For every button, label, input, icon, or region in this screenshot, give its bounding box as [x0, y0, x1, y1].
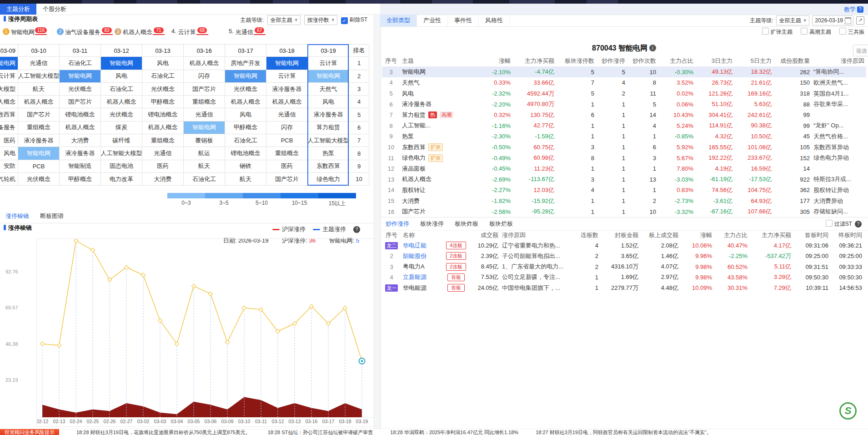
cycle-theme-cell[interactable]: 锂电池概念 [225, 147, 266, 160]
cycle-theme-cell[interactable]: 算力租赁 [308, 121, 349, 134]
theme-rank-item[interactable]: 1智能电网116 [3, 27, 47, 36]
cycle-theme-cell[interactable]: 石油化工 [142, 70, 184, 83]
stock-name[interactable]: 华电辽能 [401, 242, 441, 250]
cycle-theme-cell[interactable]: PCB [266, 134, 308, 147]
cycle-theme-cell[interactable]: 人工智能大模型 [101, 147, 142, 160]
cycle-theme-cell[interactable]: 智能电网 [266, 57, 308, 70]
cycle-theme-cell[interactable]: 大消费 [60, 134, 101, 147]
limit-prism-chart[interactable]: 02-1202-1302-2402-2502-2602-2703-0203-03… [36, 238, 379, 427]
table-row[interactable]: 8人工智能...-1.16%42.77亿1145.24%114.91亿90.38… [382, 121, 866, 132]
news-ticker[interactable]: 投资顾问业务风险提示 18:28 财联社3月19日电，花旗将比亚迪股票目标价从7… [0, 429, 868, 435]
cycle-theme-cell[interactable]: 甲醇概念 [225, 121, 266, 134]
cycle-theme-cell[interactable]: 电力改革 [101, 173, 142, 186]
teach-link[interactable]: 教学? [844, 5, 863, 14]
cycle-theme-cell[interactable]: 机器人概念 [142, 121, 184, 134]
cycle-theme-cell[interactable]: 医药 [142, 160, 184, 173]
tab-产业性[interactable]: 产业性 [417, 15, 448, 26]
cycle-theme-cell[interactable]: 光伏概念 [18, 173, 60, 186]
exclude-st-checkbox[interactable]: ✓剔除ST [341, 16, 367, 24]
cycle-theme-cell[interactable]: 锂电池概念 [142, 108, 184, 121]
cycle-theme-cell[interactable]: 机器人概念 [60, 121, 101, 134]
theme-name-cell[interactable]: 热泵 [400, 132, 480, 141]
cycle-theme-cell[interactable]: 甲醇概念 [142, 96, 184, 108]
cycle-theme-cell[interactable]: 智能电网 [308, 70, 349, 83]
cycle-theme-cell[interactable]: 光通信 [266, 108, 308, 121]
cycle-theme-cell[interactable]: 重组概念 [184, 96, 225, 108]
theme-rank-item[interactable]: 2油气设备服务83 [57, 27, 113, 36]
theme-name-cell[interactable]: 液冷服务器 [400, 100, 480, 108]
cycle-theme-cell[interactable]: 国产芯片 [184, 83, 225, 96]
cycle-theme-cell[interactable]: 风电 [308, 96, 349, 108]
help-icon[interactable]: ? [353, 226, 360, 233]
theme-name-cell[interactable]: 算力租赁热高潮 [400, 111, 480, 119]
table-row[interactable]: 16国产芯片-2.56%-95.28亿1110-3.32%-67.16亿107.… [382, 206, 866, 217]
stock-row[interactable]: 2韶能股份2连板2.39亿子公司韶能算电拟出...23.65亿1.46亿9.96… [382, 251, 864, 261]
cycle-theme-cell[interactable]: 机器人概念 [184, 57, 225, 70]
tab-事件性[interactable]: 事件性 [448, 15, 479, 26]
cycle-theme-cell[interactable]: 人工智能大模型 [0, 83, 18, 96]
table-row[interactable]: 7算力租赁热高潮0.32%130.75亿611410.43%304.41亿242… [382, 110, 866, 121]
tab-break-map[interactable]: 断板图谱 [35, 212, 69, 223]
cycle-theme-cell[interactable]: 煤炭 [101, 121, 142, 134]
filter-button[interactable]: 筛选 [853, 45, 868, 56]
cycle-theme-cell[interactable]: 人工智能大模型 [18, 70, 60, 83]
tab-炒作涨停[interactable]: 炒作涨停 [380, 218, 415, 230]
cycle-theme-cell[interactable]: 智能电网 [225, 70, 266, 83]
cycle-theme-cell[interactable]: 固态电池 [101, 160, 142, 173]
tab-风格性[interactable]: 风格性 [479, 15, 510, 26]
cycle-theme-cell[interactable]: 石油化工 [184, 173, 225, 186]
theme-checkbox[interactable]: 高潮主题 [801, 28, 831, 36]
theme-name-cell[interactable]: 风电 [400, 90, 480, 98]
theme-level-select[interactable]: 全部主题▼ [776, 15, 809, 25]
cycle-theme-cell[interactable]: 光伏概念 [225, 83, 266, 96]
cycle-theme-cell[interactable]: 智能制造 [60, 160, 101, 173]
info-icon[interactable]: i [649, 45, 656, 51]
filter-st-checkbox[interactable]: 过滤ST [826, 220, 852, 228]
cycle-theme-cell[interactable]: 风电 [225, 108, 266, 121]
cycle-theme-cell[interactable]: 碳纤维 [101, 134, 142, 147]
theme-name-cell[interactable]: 东数西算扩张 [400, 143, 480, 152]
theme-name-cell[interactable]: 国产芯片 [400, 207, 480, 216]
tab-板块炸板[interactable]: 板块炸板 [449, 218, 484, 230]
cycle-theme-cell[interactable]: 重组概念 [18, 121, 60, 134]
cycle-theme-cell[interactable]: 航天 [225, 173, 266, 186]
cycle-theme-cell[interactable]: 大消费 [142, 173, 184, 186]
theme-rank-item[interactable]: 3机器人概念71 [115, 27, 165, 36]
theme-name-cell[interactable]: 大消费 [400, 197, 480, 205]
cycle-theme-cell[interactable]: 绿色电力 [308, 173, 349, 186]
cycle-theme-cell[interactable]: 石油化工 [101, 83, 142, 96]
cycle-theme-cell[interactable]: 云计算 [266, 70, 308, 83]
cycle-theme-cell[interactable]: 燃气轮机 [0, 173, 18, 186]
cycle-theme-cell[interactable]: 机器人概念 [101, 96, 142, 108]
cycle-theme-cell[interactable]: 机器人概念 [0, 96, 18, 108]
cycle-theme-cell[interactable]: 天然气 [308, 83, 349, 96]
cycle-theme-cell[interactable]: 液冷服务器 [18, 134, 60, 147]
cycle-theme-cell[interactable]: 光通信 [142, 147, 184, 160]
cycle-theme-cell[interactable]: 智能电网 [60, 70, 101, 83]
cycle-theme-cell[interactable]: 石油化工 [225, 134, 266, 147]
cycle-theme-cell[interactable]: 航运 [184, 147, 225, 160]
cycle-theme-cell[interactable]: 智能电网 [18, 147, 60, 160]
table-row[interactable]: 5风电-2.32%4592.44万52110.02%121.26亿169.16亿… [382, 88, 866, 99]
cycle-theme-cell[interactable]: 液冷服务器 [266, 83, 308, 96]
table-row[interactable]: 11绿色电力扩张-0.49%60.98亿8135.67%192.22亿233.6… [382, 152, 866, 163]
cycle-theme-cell[interactable]: 锂电池概念 [60, 108, 101, 121]
theme-level-select[interactable]: 全部主题▼ [267, 15, 301, 25]
theme-name-cell[interactable]: 股权转让 [400, 186, 480, 194]
cycle-theme-cell[interactable]: 风电 [142, 57, 184, 70]
news-item[interactable]: 18:28 ST仙坛：孙公司江苏仙坛被申请破产审查 [268, 429, 373, 435]
cycle-theme-cell[interactable]: 石油化工 [60, 57, 101, 70]
table-row[interactable]: 4天然气0.33%33.66亿7483.52%26.73亿21.61亿150欧洲… [382, 77, 866, 88]
cycle-theme-cell[interactable]: 热泵 [308, 147, 349, 160]
cycle-theme-cell[interactable]: 云计算 [308, 57, 349, 70]
cycle-theme-cell[interactable]: 房地产开发 [225, 57, 266, 70]
cycle-theme-cell[interactable]: 东数西算 [0, 108, 18, 121]
cycle-theme-cell[interactable]: 光伏概念 [60, 83, 101, 96]
table-row[interactable]: 3智能电网-2.10%-4.74亿5510-0.30%49.13亿18.32亿2… [382, 67, 866, 78]
cycle-theme-cell[interactable]: 光通信 [184, 108, 225, 121]
theme-name-cell[interactable]: 液晶面板 [400, 165, 480, 173]
cycle-theme-cell[interactable]: 国产芯片 [60, 96, 101, 108]
cycle-theme-cell[interactable]: 医药 [0, 134, 18, 147]
cycle-theme-cell[interactable]: 东数西算 [308, 160, 349, 173]
theme-name-cell[interactable]: 绿色电力扩张 [400, 154, 480, 162]
